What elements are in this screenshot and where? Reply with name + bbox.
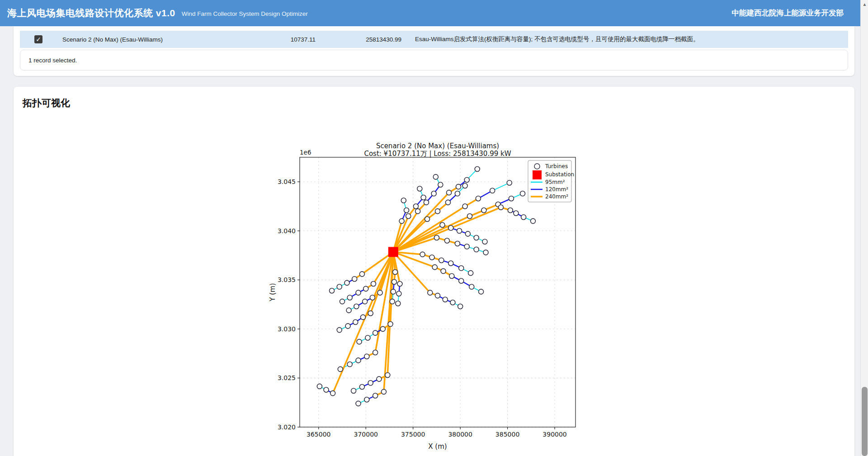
turbine-marker bbox=[530, 219, 535, 224]
y-tick-label: 3.035 bbox=[278, 276, 296, 283]
turbine-marker bbox=[475, 167, 480, 172]
results-card: ✓ Scenario 2 (No Max) (Esau-Williams) 10… bbox=[14, 26, 854, 76]
turbine-marker bbox=[365, 335, 370, 340]
turbine-marker bbox=[413, 204, 418, 209]
legend-marker-square bbox=[533, 170, 542, 179]
y-axis-label: Y (m) bbox=[269, 283, 277, 301]
x-axis-label: X (m) bbox=[428, 442, 447, 451]
turbine-marker bbox=[370, 295, 375, 300]
turbine-marker bbox=[381, 389, 386, 394]
turbine-marker bbox=[435, 209, 440, 214]
app-title: 海上风电场集电线路设计优化系统 v1.0 bbox=[7, 7, 175, 19]
turbine-marker bbox=[448, 226, 453, 230]
turbine-marker bbox=[324, 387, 329, 392]
turbine-marker bbox=[468, 271, 473, 276]
turbine-marker bbox=[441, 268, 446, 273]
turbine-marker bbox=[440, 222, 445, 227]
turbine-marker bbox=[346, 308, 351, 313]
turbine-marker bbox=[340, 299, 345, 304]
turbine-marker bbox=[359, 272, 364, 277]
turbine-marker bbox=[439, 258, 444, 263]
y-tick-label: 3.040 bbox=[278, 227, 296, 235]
turbine-marker bbox=[360, 315, 365, 320]
turbine-marker bbox=[347, 295, 352, 300]
turbine-marker bbox=[428, 290, 433, 295]
turbine-marker bbox=[344, 280, 349, 285]
turbine-marker bbox=[483, 250, 488, 255]
turbine-marker bbox=[508, 208, 513, 213]
scrollbar-up-icon[interactable]: ▲ bbox=[861, 2, 868, 7]
turbine-marker bbox=[498, 205, 503, 210]
topology-svg: 3650003700003750003800003850003900003.02… bbox=[268, 139, 612, 456]
org-name: 中能建西北院海上能源业务开发部 bbox=[732, 8, 850, 18]
turbine-marker bbox=[406, 214, 411, 219]
turbine-marker bbox=[330, 288, 335, 293]
turbine-marker bbox=[417, 186, 422, 191]
scenario-name-cell: Scenario 2 (No Max) (Esau-Williams) bbox=[62, 36, 252, 43]
turbine-marker bbox=[392, 269, 397, 274]
turbine-marker bbox=[490, 188, 495, 193]
turbine-marker bbox=[347, 362, 352, 367]
turbine-marker bbox=[354, 304, 359, 309]
turbine-marker bbox=[397, 282, 402, 287]
turbine-marker bbox=[371, 282, 376, 287]
turbine-marker bbox=[385, 372, 390, 377]
turbine-marker bbox=[338, 367, 343, 371]
turbine-marker bbox=[507, 180, 512, 185]
description-cell: Esau-Williams启发式算法(权衡距离与容量); 不包含可选电缆型号，且… bbox=[415, 35, 848, 43]
turbine-marker bbox=[415, 209, 420, 214]
turbine-marker bbox=[373, 330, 378, 335]
turbine-marker bbox=[364, 354, 369, 359]
app-subtitle: Wind Farm Collector System Design Optimi… bbox=[182, 10, 308, 17]
turbine-marker bbox=[356, 401, 361, 406]
row-checkbox[interactable]: ✓ bbox=[34, 35, 42, 43]
y-tick-label: 3.025 bbox=[278, 374, 296, 381]
turbine-marker bbox=[396, 301, 401, 306]
turbine-marker bbox=[444, 238, 449, 243]
turbine-marker bbox=[420, 252, 425, 257]
turbine-marker bbox=[356, 358, 361, 363]
turbine-marker bbox=[459, 278, 464, 283]
x-tick-label: 385000 bbox=[495, 431, 519, 438]
turbine-marker bbox=[458, 304, 463, 309]
turbine-marker bbox=[429, 255, 434, 260]
turbine-marker bbox=[330, 391, 335, 396]
turbine-marker bbox=[465, 231, 470, 236]
turbine-marker bbox=[424, 200, 429, 205]
turbine-marker bbox=[456, 184, 461, 189]
topology-card: 拓扑可视化 3650003700003750003800003850003900… bbox=[14, 87, 854, 456]
legend-label-3: 120mm² bbox=[545, 186, 568, 193]
turbine-marker bbox=[404, 208, 409, 213]
turbine-marker bbox=[474, 247, 479, 252]
turbine-marker bbox=[448, 261, 453, 266]
legend-label-0: Turbines bbox=[545, 163, 568, 169]
scrollbar-thumb[interactable] bbox=[862, 387, 868, 456]
y-tick-label: 3.020 bbox=[278, 423, 296, 431]
legend-label-2: 95mm² bbox=[545, 179, 565, 185]
turbine-marker bbox=[449, 273, 454, 278]
section-title: 拓扑可视化 bbox=[23, 97, 845, 109]
turbine-marker bbox=[467, 214, 472, 219]
turbine-marker bbox=[401, 198, 406, 203]
turbine-marker bbox=[455, 241, 460, 246]
table-row[interactable]: ✓ Scenario 2 (No Max) (Esau-Williams) 10… bbox=[20, 31, 848, 48]
turbine-marker bbox=[457, 228, 462, 233]
turbine-marker bbox=[391, 289, 396, 294]
turbine-marker bbox=[462, 183, 467, 188]
turbine-marker bbox=[433, 174, 438, 179]
vertical-scrollbar[interactable]: ▲ bbox=[860, 0, 868, 456]
turbine-marker bbox=[464, 244, 469, 249]
turbine-marker bbox=[337, 328, 342, 333]
x-tick-label: 390000 bbox=[542, 431, 566, 438]
turbine-marker bbox=[443, 297, 448, 302]
legend-label-1: Substation bbox=[545, 171, 574, 178]
turbine-marker bbox=[464, 177, 469, 182]
turbine-marker bbox=[359, 384, 364, 389]
turbine-marker bbox=[447, 190, 452, 195]
turbine-marker bbox=[337, 284, 342, 289]
turbine-marker bbox=[388, 322, 393, 327]
turbine-marker bbox=[521, 215, 526, 220]
turbine-marker bbox=[368, 311, 373, 316]
y-tick-label: 3.045 bbox=[278, 178, 296, 185]
turbine-marker bbox=[469, 284, 474, 289]
